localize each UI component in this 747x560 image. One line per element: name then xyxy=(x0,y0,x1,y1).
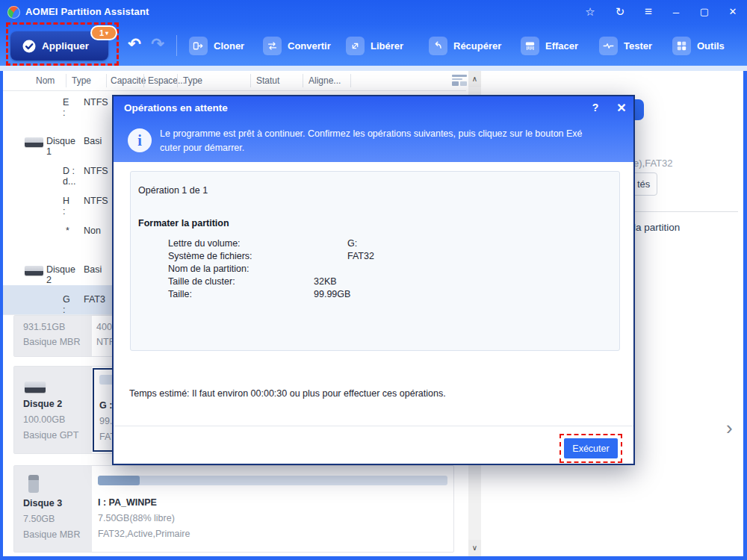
toolbar-item-label: Tester xyxy=(624,40,652,52)
toolbar-item-cloner[interactable]: Cloner xyxy=(189,36,244,55)
operation-title: Formater la partition xyxy=(138,218,229,228)
undo-button[interactable]: ↶ xyxy=(125,35,144,53)
estimated-time-note: Temps estimé: Il faut environ 00:00:30 o… xyxy=(129,388,446,399)
badge-caret-icon: ▾ xyxy=(105,30,108,37)
toolbar-item-liberer[interactable]: Libérer xyxy=(346,36,403,55)
convert-icon xyxy=(263,37,282,55)
row-name: H : xyxy=(63,196,69,217)
operation-field: Nom de la partition: xyxy=(168,264,586,274)
toolbar-item-tester[interactable]: Tester xyxy=(599,36,652,55)
col-header-nom[interactable]: Nom xyxy=(36,75,55,86)
row-name: E : xyxy=(63,97,69,118)
menu-icon[interactable]: ≡ xyxy=(639,4,657,19)
disk-card-3[interactable]: Disque 3 7.50GB Basique MBR I : PA_WINPE… xyxy=(13,465,454,553)
col-header-espace[interactable]: Espace... xyxy=(148,75,185,86)
dialog-message-line2: cuter pour démarrer. xyxy=(160,143,244,153)
row-type: NTFS xyxy=(84,166,108,176)
disk-name: Disque 2 xyxy=(23,399,62,409)
help-icon[interactable]: ? xyxy=(589,102,601,113)
col-header-statut[interactable]: Statut xyxy=(256,75,279,86)
row-type: Basi xyxy=(84,136,102,146)
field-label: Système de fichiers: xyxy=(168,251,252,261)
operation-field: Lettre du volume: G: xyxy=(168,238,586,249)
dialog-close-icon[interactable]: ✕ xyxy=(616,101,627,115)
toolbar-item-label: Cloner xyxy=(214,40,244,52)
check-circle-icon xyxy=(22,40,36,53)
row-name: Disque 2 xyxy=(46,264,75,285)
right-panel-action-link[interactable]: la partition xyxy=(633,222,680,233)
partition-size: 7.50GB(88% libre) xyxy=(98,513,175,523)
pulse-icon xyxy=(599,37,618,55)
field-value: 99.99GB xyxy=(314,289,350,299)
dialog-footer-divider xyxy=(114,426,633,426)
capacity-bar-fill xyxy=(98,476,140,485)
field-value: 32KB xyxy=(314,276,337,287)
row-type: Non xyxy=(84,225,101,236)
app-window: AOMEI Partition Assistant ☆ ↻ ≡ – ▢ ✕ Ap… xyxy=(0,0,747,560)
maximize-button[interactable]: ▢ xyxy=(695,4,713,19)
apply-button-label: Appliquer xyxy=(42,40,89,52)
scroll-up-arrow[interactable]: ∧ xyxy=(468,71,481,87)
col-header-type2[interactable]: Type xyxy=(183,75,202,86)
toolbar-item-label: Récupérer xyxy=(453,40,501,52)
field-value: G: xyxy=(347,238,357,249)
toolbar-item-recuperer[interactable]: Récupérer xyxy=(429,36,501,55)
col-header-capacite[interactable]: Capacité xyxy=(111,75,146,86)
execute-button[interactable]: Exécuter xyxy=(564,438,618,458)
disk-style: Basique MBR xyxy=(23,529,80,540)
header-separator xyxy=(303,74,303,87)
col-header-type[interactable]: Type xyxy=(72,75,91,86)
partition-size: 400 xyxy=(96,322,112,332)
recover-arrow-icon xyxy=(429,37,447,55)
pending-operations-dialog: Opérations en attente ? ✕ i Le programme… xyxy=(112,95,635,465)
disk-name: Disque 3 xyxy=(23,498,62,508)
disk-card-info: Disque 3 7.50GB Basique MBR xyxy=(14,466,92,552)
favorite-star-icon[interactable]: ☆ xyxy=(581,4,599,19)
partition-box[interactable]: I : PA_WINPE 7.50GB(88% libre) FAT32,Act… xyxy=(92,466,455,553)
row-name: G : xyxy=(63,294,70,315)
row-name: * xyxy=(66,225,69,236)
field-label: Taille: xyxy=(168,289,192,299)
properties-button-label: tés xyxy=(637,178,650,190)
disk-style: Basique GPT xyxy=(23,430,78,441)
pending-operations-badge[interactable]: 1 ▾ xyxy=(90,25,117,40)
partition-fs: FAT32,Active,Primaire xyxy=(98,529,190,539)
operation-field: Taille: 99.99GB xyxy=(168,289,586,299)
operations-list-box: Opération 1 de 1 Formater la partition L… xyxy=(130,171,620,351)
info-icon: i xyxy=(128,128,152,152)
view-layout-icon[interactable] xyxy=(451,74,468,90)
disk-card-info: 931.51GB Basique MBR xyxy=(14,316,92,356)
tools-grid-icon xyxy=(672,37,691,55)
scroll-down-arrow[interactable]: ∨ xyxy=(468,540,481,556)
minimize-button[interactable]: – xyxy=(667,4,685,19)
redo-button[interactable]: ↷ xyxy=(148,35,167,53)
partition-table-header: Nom Type Capacité Espace... Type Statut … xyxy=(3,71,466,91)
row-type: NTFS xyxy=(84,97,108,108)
expand-arrows-icon xyxy=(346,37,365,55)
disk-size: 7.50GB xyxy=(23,514,55,524)
usb-drive-icon xyxy=(28,475,39,493)
dialog-title: Opérations en attente xyxy=(124,102,228,113)
right-panel-fs-text: e),FAT32 xyxy=(633,158,673,169)
badge-count: 1 xyxy=(99,28,104,37)
operation-field: Système de fichiers: FAT32 xyxy=(168,251,586,261)
toolbar-bottom-strip xyxy=(0,66,747,71)
toolbar-item-convertir[interactable]: Convertir xyxy=(263,36,331,55)
app-title: AOMEI Partition Assistant xyxy=(25,6,149,17)
col-header-aligne[interactable]: Aligne... xyxy=(309,75,341,86)
field-label: Nom de la partition: xyxy=(168,264,249,274)
toolbar-item-label: Effacer xyxy=(545,40,578,52)
refresh-icon[interactable]: ↻ xyxy=(611,4,629,19)
row-type: Basi xyxy=(84,264,102,275)
partition-name: I : PA_WINPE xyxy=(98,497,157,508)
toolbar: Appliquer 1 ▾ ↶ ↷ Cloner Convertir Libér… xyxy=(0,25,747,66)
header-separator xyxy=(350,74,351,87)
disk-style: Basique MBR xyxy=(23,337,80,347)
toolbar-item-effacer[interactable]: Effacer xyxy=(521,36,578,55)
header-separator xyxy=(250,74,251,87)
row-type: FAT3 xyxy=(84,294,105,305)
toolbar-item-outils[interactable]: Outils xyxy=(672,36,725,55)
toolbar-item-label: Libérer xyxy=(371,40,403,52)
close-button[interactable]: ✕ xyxy=(724,4,742,19)
collapse-chevron-icon[interactable]: › xyxy=(726,418,733,438)
